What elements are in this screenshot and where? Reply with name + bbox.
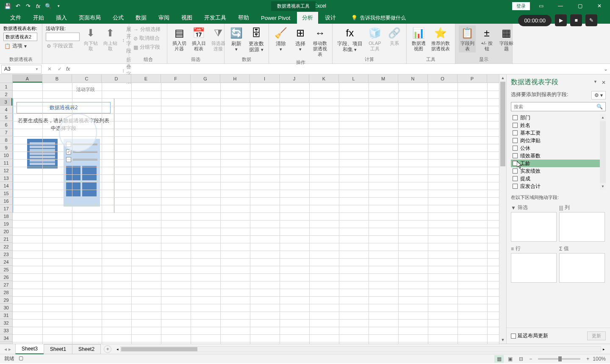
- vertical-scrollbar[interactable]: ▲ ▼: [499, 74, 506, 344]
- col-header-K[interactable]: K: [309, 74, 339, 83]
- tab-design[interactable]: 设计: [320, 11, 341, 24]
- move-button[interactable]: ↔移动数据透视表: [311, 25, 329, 58]
- checkbox-icon[interactable]: [513, 176, 518, 181]
- scroll-down-icon[interactable]: ▼: [499, 336, 506, 344]
- scroll-up-icon[interactable]: ▲: [600, 114, 606, 121]
- filter-conn-button[interactable]: ⧩筛选器连接: [210, 25, 227, 52]
- checkbox-icon[interactable]: [513, 115, 518, 120]
- olap-button[interactable]: 🧊OLAP 工具: [366, 25, 383, 52]
- row-header-26[interactable]: 26: [0, 273, 12, 281]
- field-item-9[interactable]: 应发合计: [511, 182, 606, 190]
- horizontal-scrollbar[interactable]: ◂ ▸: [111, 346, 610, 352]
- ribbon-options-icon[interactable]: ▭: [532, 0, 549, 12]
- macro-record-icon[interactable]: ▢: [19, 355, 23, 362]
- formula-expand-icon[interactable]: ⌄: [602, 66, 610, 72]
- field-item-3[interactable]: 岗位津贴: [511, 137, 606, 144]
- checkbox-icon[interactable]: [513, 130, 518, 135]
- row-header-28[interactable]: 28: [0, 289, 12, 296]
- checkbox-icon[interactable]: [513, 138, 518, 143]
- close-icon[interactable]: ✕: [591, 0, 608, 12]
- cancel-icon[interactable]: ✕: [46, 66, 53, 72]
- row-header-32[interactable]: 32: [0, 319, 12, 327]
- row-header-24[interactable]: 24: [0, 258, 12, 266]
- update-button[interactable]: 更新: [587, 331, 606, 340]
- stop-button[interactable]: ■: [570, 14, 582, 26]
- row-header-12[interactable]: 12: [0, 167, 12, 174]
- clear-button[interactable]: 🧹清除▾: [272, 25, 289, 53]
- field-item-2[interactable]: 基本工资: [511, 129, 606, 137]
- col-header-G[interactable]: G: [191, 74, 220, 83]
- value-zone[interactable]: Σ值: [559, 244, 605, 283]
- col-header-N[interactable]: N: [398, 74, 428, 83]
- field-item-6[interactable]: 工龄▼: [511, 160, 606, 167]
- checkbox-icon[interactable]: [513, 146, 518, 151]
- col-header-E[interactable]: E: [131, 74, 161, 83]
- gear-button[interactable]: ⚙ ▾: [591, 91, 606, 99]
- field-search[interactable]: 🔍: [511, 102, 606, 111]
- row-zone[interactable]: ≡行: [511, 244, 557, 283]
- row-header-30[interactable]: 30: [0, 304, 12, 312]
- page-layout-view-icon[interactable]: ▣: [505, 355, 515, 363]
- group-selection-button[interactable]: →分组选择: [133, 25, 161, 33]
- row-header-13[interactable]: 13: [0, 174, 12, 182]
- timeline-button[interactable]: 📅插入日程表: [190, 25, 207, 52]
- tab-view[interactable]: 视图: [176, 11, 197, 24]
- field-settings-button[interactable]: ⚙字段设置: [46, 42, 80, 50]
- plusminus-button[interactable]: ±+/- 按钮: [478, 25, 495, 52]
- row-header-19[interactable]: 19: [0, 220, 12, 228]
- tab-formula[interactable]: 公式: [108, 11, 129, 24]
- sheet-nav-prev-icon[interactable]: ▸: [8, 346, 11, 352]
- row-header-20[interactable]: 20: [0, 228, 12, 235]
- row-header-11[interactable]: 11: [0, 159, 12, 167]
- tell-me-search[interactable]: 💡 告诉我你想要做什么: [351, 14, 406, 22]
- drillup-button[interactable]: ⬆向上钻取: [102, 25, 119, 52]
- tab-data[interactable]: 数据: [130, 11, 152, 24]
- redo-icon[interactable]: ↷: [25, 3, 31, 9]
- calc-fields-button[interactable]: fx字段、项目和集 ▾: [336, 25, 364, 54]
- row-header-33[interactable]: 33: [0, 327, 12, 334]
- row-header-9[interactable]: 9: [0, 144, 12, 152]
- close-pane-icon[interactable]: ✕: [602, 80, 606, 85]
- name-box[interactable]: A3▼: [1, 65, 42, 74]
- row-header-7[interactable]: 7: [0, 129, 12, 136]
- col-header-A[interactable]: A: [13, 74, 42, 83]
- col-header-B[interactable]: B: [42, 74, 72, 83]
- row-header-3[interactable]: 3: [0, 98, 12, 106]
- field-item-7[interactable]: 实发绩效: [511, 167, 606, 175]
- minimize-icon[interactable]: —: [552, 0, 569, 12]
- page-break-view-icon[interactable]: ⊟: [516, 355, 526, 363]
- pivot-name-input[interactable]: [3, 33, 37, 41]
- col-header-C[interactable]: C: [72, 74, 102, 83]
- col-header-J[interactable]: J: [280, 74, 309, 83]
- row-header-34[interactable]: 34: [0, 334, 12, 342]
- sheet-nav-first-icon[interactable]: ◂: [4, 346, 7, 352]
- checkbox-icon[interactable]: [513, 153, 518, 158]
- field-item-8[interactable]: 提成: [511, 175, 606, 182]
- fx-button[interactable]: fx: [66, 66, 70, 72]
- dropdown-icon[interactable]: ▼: [593, 80, 597, 85]
- tab-review[interactable]: 审阅: [153, 11, 175, 24]
- recommend-button[interactable]: ⭐推荐的数据透视表: [430, 25, 452, 52]
- row-header-29[interactable]: 29: [0, 296, 12, 304]
- ungroup-button[interactable]: ⊘取消组合: [133, 34, 161, 42]
- maximize-icon[interactable]: ▢: [571, 0, 588, 12]
- row-header-21[interactable]: 21: [0, 235, 12, 243]
- field-list-scrollbar[interactable]: ▲ ▼: [600, 114, 606, 190]
- relation-button[interactable]: 🔗关系: [386, 25, 403, 47]
- undo-icon[interactable]: ↶: [14, 3, 21, 9]
- defer-update-checkbox[interactable]: 延迟布局更新: [511, 332, 548, 339]
- add-sheet-button[interactable]: +: [104, 345, 111, 353]
- sheet-tab-2[interactable]: Sheet2: [72, 344, 101, 354]
- row-header-4[interactable]: 4: [0, 106, 12, 113]
- tab-insert[interactable]: 插入: [51, 11, 72, 24]
- select-all-corner[interactable]: [0, 74, 13, 83]
- row-header-15[interactable]: 15: [0, 190, 12, 197]
- edit-button[interactable]: ✎: [585, 14, 597, 26]
- row-header-18[interactable]: 18: [0, 212, 12, 220]
- group-field-button[interactable]: ▦分组字段: [133, 43, 161, 51]
- row-header-1[interactable]: 1: [0, 83, 12, 91]
- col-header-O[interactable]: O: [428, 74, 458, 83]
- tab-home[interactable]: 开始: [28, 11, 49, 24]
- tab-file[interactable]: 文件: [5, 11, 26, 24]
- col-header-D[interactable]: D: [102, 74, 131, 83]
